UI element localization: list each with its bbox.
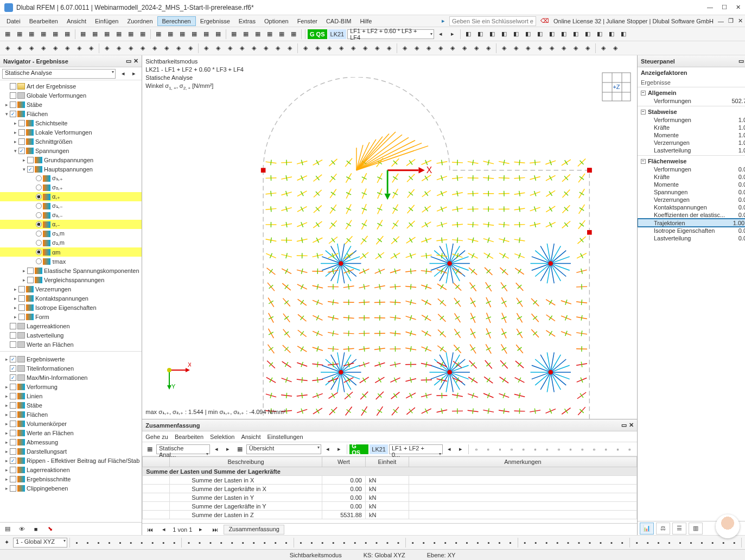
sm-ansicht[interactable]: Ansicht <box>241 434 260 440</box>
tree-item[interactable]: ▸Lokale Verformungen <box>0 128 142 137</box>
tb2-btn-12[interactable]: ◈ <box>149 43 160 54</box>
st-btn-9[interactable]: ▫ <box>577 444 588 455</box>
bt-btn-4[interactable]: ▪ <box>116 537 125 548</box>
st-btn-7[interactable]: ▫ <box>553 444 564 455</box>
tb2-btn-20[interactable]: ◈ <box>249 43 259 54</box>
bt-btn-1[interactable]: ▪ <box>83 537 93 548</box>
tb2-btn-40[interactable]: ◈ <box>499 43 510 54</box>
tb2-btn-24[interactable]: ◈ <box>300 43 311 54</box>
tree-item[interactable]: Werte an Flächen <box>0 340 142 349</box>
cptab-list-icon[interactable]: ☰ <box>672 523 686 534</box>
nav-analysis-combo[interactable]: Statische Analyse <box>2 69 116 79</box>
lk-badge[interactable]: LK21 <box>328 29 347 39</box>
tree-item[interactable]: ▸Rippen - Effektiver Beitrag auf Fläche/… <box>0 456 142 465</box>
tree-item[interactable]: ▸Kontaktspannungen <box>0 294 142 303</box>
st-next2[interactable]: ▸ <box>334 444 345 455</box>
tb1-btn-11[interactable]: ▦ <box>137 29 148 40</box>
bt-btn-19[interactable]: ▪ <box>282 537 291 548</box>
cptab-balance-icon[interactable]: ⚖ <box>656 523 670 534</box>
bt-btn-28[interactable]: ▪ <box>383 537 392 548</box>
tb1b-btn-13[interactable]: ◧ <box>618 29 629 40</box>
bt-btn-24[interactable]: ▪ <box>339 537 349 548</box>
st-btn-3[interactable]: ▫ <box>506 444 517 455</box>
tb1-btn-3[interactable]: ▦ <box>38 29 49 40</box>
bt-btn-3[interactable]: ▪ <box>105 537 114 548</box>
bt-btn-8[interactable]: ▪ <box>158 537 168 548</box>
nav-close-icon[interactable]: ✕ <box>133 58 138 65</box>
lc-next[interactable]: ▸ <box>447 29 458 40</box>
tb2-btn-26[interactable]: ◈ <box>324 43 335 54</box>
cp-row[interactable]: Kräfte1.00 <box>638 124 745 131</box>
summary-table[interactable]: Beschreibung Wert Einheit Anmerkungen Su… <box>142 456 637 523</box>
bt-btn-50[interactable]: ▪ <box>632 537 642 548</box>
menu-hilfe[interactable]: Hilfe <box>355 17 376 26</box>
tb1-btn-6[interactable]: ▦ <box>78 29 88 40</box>
menu-zuordnen[interactable]: Zuordnen <box>123 17 157 26</box>
tb1b-btn-12[interactable]: ◧ <box>606 29 617 40</box>
sm-gehezu[interactable]: Gehe zu <box>145 434 168 440</box>
lc-prev[interactable]: ◂ <box>435 29 446 40</box>
tb1-btn-10[interactable]: ▦ <box>125 29 136 40</box>
bt-btn-10[interactable]: ▪ <box>184 537 194 548</box>
bt-btn-48[interactable]: ▪ <box>607 537 616 548</box>
tree-item[interactable]: ▸Vergleichsspannungen <box>0 275 142 284</box>
navtab-eye-icon[interactable]: 👁 <box>16 524 27 534</box>
tb1-btn-9[interactable]: ▦ <box>113 29 124 40</box>
tb1-btn-14[interactable]: ▦ <box>177 29 188 40</box>
tb1b-btn-4[interactable]: ◧ <box>511 29 521 40</box>
tb1-btn-23[interactable]: ▦ <box>288 29 299 40</box>
tb2-btn-16[interactable]: ◈ <box>201 43 212 54</box>
table-row[interactable]: Summe der Lagerkräfte in Y0.00kN <box>143 502 637 511</box>
tb2-btn-31[interactable]: ◈ <box>384 43 394 54</box>
tb2-btn-6[interactable]: ◈ <box>74 43 85 54</box>
tb2-btn-13[interactable]: ◈ <box>161 43 172 54</box>
tb1-btn-16[interactable]: ▦ <box>201 29 212 40</box>
tb2-btn-29[interactable]: ◈ <box>360 43 371 54</box>
table-row[interactable]: Summe der Lasten in Y0.00kN <box>143 493 637 502</box>
menu-einfuegen[interactable]: Einfügen <box>91 17 123 26</box>
st-next1[interactable]: ▸ <box>222 444 233 455</box>
summary-analysis-combo[interactable]: Statische Anal... <box>156 444 210 454</box>
col-anmerkungen[interactable]: Anmerkungen <box>409 457 636 467</box>
tb1-btn-0[interactable]: ▦ <box>2 29 13 40</box>
tb2-btn-41[interactable]: ◈ <box>511 43 521 54</box>
bt-btn-17[interactable]: ▪ <box>260 537 270 548</box>
table-row[interactable]: Summe der Lagerkräfte in X0.00kN <box>143 485 637 493</box>
tb2-btn-9[interactable]: ◈ <box>113 43 124 54</box>
cp-row[interactable]: Trajektorien1.00◀ <box>638 219 745 227</box>
cp-row[interactable]: Lastverteilung0.00 <box>638 234 745 242</box>
tree-item[interactable]: τmax <box>0 257 142 266</box>
bt-btn-58[interactable]: ▪ <box>719 537 729 548</box>
bt-btn-44[interactable]: ▪ <box>563 537 573 548</box>
tree-item[interactable]: ▸Clippingebenen <box>0 483 142 493</box>
bt-btn-32[interactable]: ▪ <box>430 537 440 548</box>
bt-ucs-icon[interactable]: ✦ <box>2 537 12 548</box>
mdi-close-icon[interactable]: ✕ <box>738 17 743 24</box>
st-btn-12[interactable]: ▫ <box>613 444 623 455</box>
tree-item[interactable]: ▸Schnittgrößen <box>0 137 142 146</box>
mdi-restore-icon[interactable]: ❐ <box>728 17 734 24</box>
tree-item[interactable]: ▸Darstellungsart <box>0 447 142 456</box>
st-btn-2[interactable]: ▫ <box>495 444 506 455</box>
bt-btn-36[interactable]: ▪ <box>473 537 483 548</box>
st-prev2[interactable]: ◂ <box>322 444 333 455</box>
cp-row[interactable]: Verformungen1.00 <box>638 116 745 124</box>
loadcase-combo[interactable]: LF1 + LF2 + 0.60 * LF3 + LF4 <box>347 29 434 39</box>
tree-item[interactable]: ▸Flächen <box>0 410 142 419</box>
bt-btn-6[interactable]: ▪ <box>137 537 147 548</box>
tree-item[interactable]: ▾Spannungen <box>0 146 142 155</box>
tree-item[interactable]: ▸Ergebnisschnitte <box>0 474 142 483</box>
tree-item[interactable]: ▸Abmessung <box>0 437 142 447</box>
tree-item[interactable]: ▸Volumenkörper <box>0 419 142 428</box>
tb1-btn-20[interactable]: ▦ <box>252 29 263 40</box>
tb1b-btn-0[interactable]: ◧ <box>463 29 474 40</box>
bt-btn-51[interactable]: ▪ <box>643 537 653 548</box>
bt-btn-12[interactable]: ▪ <box>206 537 215 548</box>
bt-btn-35[interactable]: ▪ <box>462 537 472 548</box>
tb2-btn-21[interactable]: ◈ <box>260 43 271 54</box>
tree-item[interactable]: α,₊ <box>0 192 142 201</box>
keyword-search[interactable] <box>449 16 536 26</box>
close-button[interactable]: ✕ <box>736 4 741 11</box>
bt-btn-25[interactable]: ▪ <box>350 537 360 548</box>
bt-btn-15[interactable]: ▪ <box>238 537 248 548</box>
